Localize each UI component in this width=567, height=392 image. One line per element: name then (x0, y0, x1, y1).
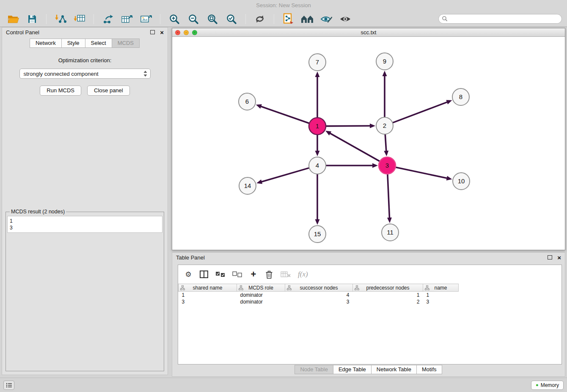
tab-motifs[interactable]: Motifs (416, 365, 442, 374)
import-network-icon[interactable] (52, 13, 69, 25)
tab-node-table[interactable]: Node Table (295, 365, 333, 374)
graph-edge-2-8[interactable] (393, 102, 447, 122)
task-history-button[interactable] (3, 381, 14, 390)
run-mcds-button[interactable]: Run MCDS (40, 86, 81, 96)
graph-node-label: 2 (383, 122, 386, 129)
tab-select[interactable]: Select (85, 39, 112, 48)
add-icon[interactable]: + (249, 270, 258, 279)
graph-edge-3-10[interactable] (396, 167, 447, 178)
search-input[interactable] (438, 14, 562, 24)
maximize-window-icon[interactable]: + (192, 30, 197, 35)
arrowhead-icon (256, 104, 262, 108)
table-cell[interactable]: 3 (423, 298, 459, 305)
column-header[interactable]: shared name (179, 284, 237, 292)
table-panel-body: ⚙ + (178, 265, 562, 364)
zoom-out-icon[interactable] (185, 13, 201, 25)
tab-edge-table[interactable]: Edge Table (333, 365, 372, 374)
criterion-dropdown[interactable]: strongly connected component (19, 69, 151, 79)
tab-mcds[interactable]: MCDS (112, 39, 140, 48)
export-image-icon[interactable] (138, 13, 154, 25)
network-svg: 7968124314101511 (172, 37, 565, 250)
apply-style-eye-icon[interactable] (318, 13, 334, 25)
column-type-icon (239, 285, 243, 292)
table-cell[interactable]: dominator (237, 298, 285, 305)
status-bar: ● Memory (0, 378, 567, 392)
table-cell[interactable]: 1 (179, 292, 237, 298)
export-network-icon[interactable] (100, 13, 116, 25)
control-panel-tabs: Network Style Select MCDS (2, 39, 168, 48)
table-row[interactable]: 3dominator323 (179, 298, 459, 305)
column-header[interactable]: name (423, 284, 459, 292)
graph-edge-4-14[interactable] (262, 168, 309, 182)
mcds-tab-content: Optimization criterion: strongly connect… (2, 48, 168, 375)
trash-icon[interactable] (265, 270, 273, 279)
import-table-icon[interactable] (72, 13, 88, 25)
close-panel-icon[interactable]: × (160, 29, 164, 36)
network-window-titlebar[interactable]: scc.txt × − + (172, 28, 565, 37)
table-header-row: shared nameMCDS rolesuccessor nodesprede… (179, 284, 459, 292)
mcds-result-text[interactable]: 1 3 (7, 216, 162, 233)
memory-button[interactable]: ● Memory (531, 381, 564, 390)
deselect-all-icon[interactable] (232, 271, 242, 278)
table-panel-tabs: Node Table Edge Table Network Table Moti… (172, 365, 565, 374)
table-panel: Table Panel × ⚙ (172, 252, 565, 377)
select-all-icon[interactable] (215, 271, 225, 278)
save-session-icon[interactable] (24, 13, 40, 25)
main-toolbar (0, 11, 567, 27)
zoom-fit-icon[interactable] (204, 13, 220, 25)
graph-edge-1-6[interactable] (261, 107, 309, 124)
table-cell[interactable]: dominator (237, 292, 285, 298)
table-cell[interactable]: 1 (353, 292, 423, 298)
tab-style[interactable]: Style (61, 39, 85, 48)
column-type-icon (180, 285, 185, 292)
zoom-selected-icon[interactable] (223, 13, 239, 25)
close-window-icon[interactable]: × (175, 30, 180, 35)
graph-node-label: 15 (314, 230, 321, 237)
arrowhead-icon (370, 124, 375, 128)
list-icon (6, 383, 12, 388)
homes-icon[interactable] (299, 13, 315, 25)
toolbar-separator (245, 14, 246, 24)
open-folder-icon[interactable] (5, 13, 21, 25)
table-cell[interactable]: 1 (423, 292, 459, 298)
float-table-panel-icon[interactable] (548, 255, 552, 259)
eye-icon[interactable] (337, 13, 353, 25)
graph-node-label: 11 (387, 229, 394, 236)
table-cell[interactable]: 4 (285, 292, 353, 298)
close-table-panel-icon[interactable]: × (557, 254, 561, 261)
column-header[interactable]: MCDS role (237, 284, 285, 292)
graph-node-label: 10 (458, 177, 465, 185)
arrowhead-icon (315, 72, 320, 77)
table-cell[interactable]: 3 (179, 298, 237, 305)
table-row[interactable]: 1dominator411 (179, 292, 459, 298)
gear-icon[interactable]: ⚙ (184, 271, 193, 278)
refresh-icon[interactable] (252, 13, 268, 25)
column-header[interactable]: successor nodes (285, 284, 353, 292)
arrowhead-icon (256, 179, 262, 184)
table-cell[interactable]: 2 (353, 298, 423, 305)
tab-network[interactable]: Network (30, 39, 62, 48)
document-network-icon[interactable] (280, 13, 296, 25)
split-view-icon[interactable] (200, 271, 208, 278)
graph-node-label: 6 (245, 98, 249, 105)
search-field-wrap (438, 14, 562, 24)
graph-node-label: 7 (316, 58, 319, 66)
zoom-in-icon[interactable] (166, 13, 182, 25)
table-cell[interactable]: 3 (285, 298, 353, 305)
chevron-up-down-icon (143, 70, 148, 77)
arrowhead-icon (446, 176, 452, 180)
graph-edge-3-1[interactable] (330, 133, 379, 161)
graph-edge-1-2[interactable] (326, 126, 370, 126)
float-panel-icon[interactable] (150, 30, 155, 34)
graph-node-label: 14 (244, 182, 251, 189)
arrowhead-icon (384, 151, 388, 156)
graph-edge-3-11[interactable] (388, 174, 390, 218)
tab-network-table[interactable]: Network Table (371, 365, 417, 374)
minimize-window-icon[interactable]: − (184, 30, 189, 35)
search-icon (442, 16, 448, 23)
graph-edge-2-3[interactable] (385, 135, 386, 151)
export-table-icon[interactable] (119, 13, 135, 25)
table-toolbar: ⚙ + (178, 265, 561, 284)
close-panel-button[interactable]: Close panel (87, 86, 130, 96)
column-header[interactable]: predecessor nodes (353, 284, 423, 292)
